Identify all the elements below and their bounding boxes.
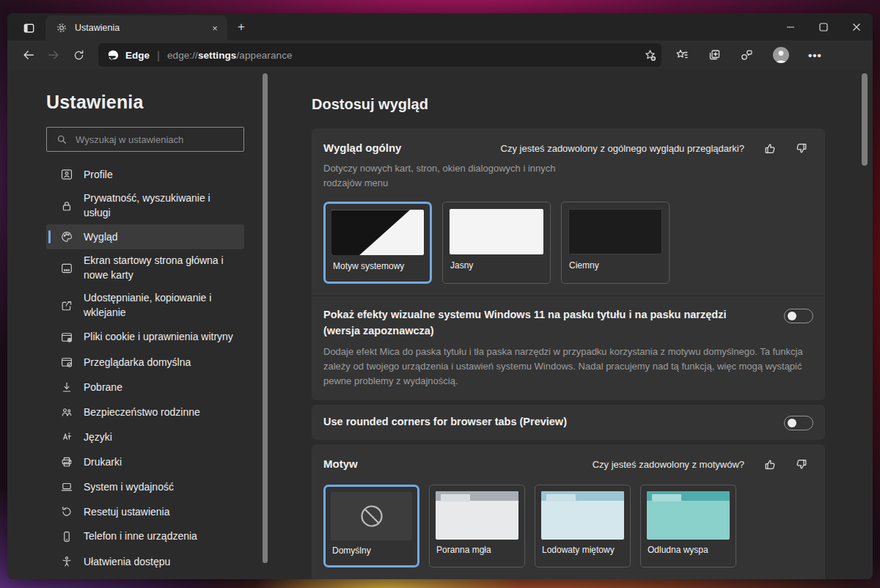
downloads-icon <box>59 380 74 394</box>
tab-actions-menu-button[interactable] <box>16 17 41 39</box>
no-theme-icon <box>331 492 412 540</box>
theme-label: Lodowaty miętowy <box>542 545 630 555</box>
sidebar-item-appearance[interactable]: Wygląd <box>46 224 244 249</box>
settings-search-box[interactable] <box>46 127 244 152</box>
mode-preview-light <box>450 209 543 254</box>
sidebar-item-languages[interactable]: Języki <box>46 425 244 449</box>
mode-card-system[interactable]: Motyw systemowy <box>323 202 432 284</box>
sidebar-item-label: Pobrane <box>84 381 122 393</box>
theme-mode-row: Motyw systemowyJasnyCiemny <box>323 202 813 284</box>
thumbs-down-icon[interactable] <box>793 140 809 156</box>
theme-card-Domyślny[interactable]: Domyślny <box>323 485 419 567</box>
sidebar-item-edge-logo[interactable]: Microsoft Edge — informacje <box>46 574 244 579</box>
mode-card-dark[interactable]: Ciemny <box>561 202 670 284</box>
theme-card-Lodowaty miętowy[interactable]: Lodowaty miętowy <box>535 485 631 567</box>
phone-icon <box>59 529 74 544</box>
theme-preview <box>436 491 518 540</box>
general-feedback: Czy jesteś zadowolony z ogólnego wyglądu… <box>501 140 813 156</box>
title-bar: Ustawienia × + <box>7 13 873 40</box>
mode-preview-system <box>331 210 424 255</box>
site-permissions-icon <box>59 330 74 345</box>
sidebar-item-accessibility[interactable]: Ułatwienia dostępu <box>46 549 244 574</box>
share-icon <box>59 298 74 313</box>
default-browser-icon <box>59 355 74 370</box>
sidebar-item-system[interactable]: System i wydajność <box>46 474 244 499</box>
maximize-button[interactable] <box>807 13 840 40</box>
general-appearance-card: Wygląd ogólny Czy jesteś zadowolony z og… <box>312 128 825 400</box>
tab-close-icon[interactable]: × <box>208 21 221 34</box>
mica-toggle-row: Pokaż efekty wizualne systemu Windows 11… <box>323 296 813 339</box>
add-favorite-icon[interactable] <box>643 48 657 62</box>
forward-button[interactable] <box>43 44 65 66</box>
languages-icon <box>59 430 74 444</box>
sidebar-item-label: Ekran startowy strona główna i nowe kart… <box>84 254 238 282</box>
minimize-button[interactable] <box>774 13 807 40</box>
sidebar-item-label: Resetuj ustawienia <box>84 506 170 518</box>
tab-title: Ustawienia <box>75 23 202 33</box>
address-separator: | <box>157 49 160 62</box>
search-input[interactable] <box>76 134 238 145</box>
sidebar-item-label: Przeglądarka domyślna <box>84 356 191 368</box>
sidebar-item-privacy[interactable]: Prywatność, wyszukiwanie i usługi <box>46 187 244 224</box>
refresh-button[interactable] <box>67 44 89 66</box>
sidebar-item-profile[interactable]: Profile <box>46 162 244 187</box>
sidebar-item-start-home[interactable]: Ekran startowy strona główna i nowe kart… <box>46 249 244 287</box>
sidebar-item-label: Profile <box>84 169 113 180</box>
sidebar-item-site-permissions[interactable]: Pliki cookie i uprawnienia witryny <box>46 325 244 350</box>
rounded-corners-toggle[interactable] <box>784 416 813 430</box>
edge-logo-icon <box>107 49 120 62</box>
thumbs-up-icon[interactable] <box>762 456 778 472</box>
sidebar-item-label: System i wydajność <box>84 481 174 493</box>
theme-preview <box>647 491 730 540</box>
tab-ustawienia[interactable]: Ustawienia × <box>45 15 227 40</box>
browser-window: Ustawienia × + <box>7 13 873 579</box>
theme-card-Odludna wyspa[interactable]: Odludna wyspa <box>640 485 736 567</box>
rounded-corners-card: Use rounded corners for browser tabs (Pr… <box>312 405 825 440</box>
theme-label: Domyślny <box>332 545 417 556</box>
site-brand-label: Edge <box>125 50 150 61</box>
sidebar-item-label: Telefon i inne urządzenia <box>84 529 197 544</box>
sidebar-item-printers[interactable]: Drukarki <box>46 449 244 474</box>
family-safety-icon <box>59 405 74 419</box>
address-bar[interactable]: Edge | edge://settings/appearance <box>98 43 661 67</box>
sidebar-scrollbar[interactable] <box>263 73 268 563</box>
theme-card-Poranna mgła[interactable]: Poranna mgła <box>429 485 525 567</box>
rounded-corners-row: Use rounded corners for browser tabs (Pr… <box>323 414 813 430</box>
favorites-icon[interactable] <box>675 48 689 62</box>
settings-sidebar: Ustawienia ProfilePrywatność, wyszukiwan… <box>7 70 271 579</box>
more-menu-button[interactable]: ••• <box>808 49 822 62</box>
sidebar-item-share[interactable]: Udostępnianie, kopiowanie i wklejanie <box>46 287 244 324</box>
general-appearance-description: Dotyczy nowych kart, stron, okien dialog… <box>323 161 558 191</box>
profile-avatar[interactable] <box>771 45 791 65</box>
sidebar-title: Ustawienia <box>46 92 271 113</box>
sidebar-item-label: Ułatwienia dostępu <box>84 556 170 567</box>
mode-card-light[interactable]: Jasny <box>442 202 551 284</box>
vertical-tabs-icon <box>21 21 36 35</box>
sidebar-item-phone[interactable]: Telefon i inne urządzenia <box>46 524 244 549</box>
navigation-toolbar: Edge | edge://settings/appearance ••• <box>7 40 873 70</box>
themes-feedback: Czy jesteś zadowolony z motywów? <box>593 456 813 472</box>
feedback-icon[interactable] <box>739 48 754 62</box>
toolbar-icons: ••• <box>675 45 822 65</box>
close-button[interactable] <box>840 13 873 40</box>
theme-row-1: Domyślny Poranna mgła Lodowaty miętowy O… <box>323 485 813 567</box>
settings-main: Dostosuj wygląd Wygląd ogólny Czy jesteś… <box>271 70 873 579</box>
collections-icon[interactable] <box>707 48 722 62</box>
thumbs-down-icon[interactable] <box>793 456 809 472</box>
sidebar-item-label: Udostępnianie, kopiowanie i wklejanie <box>84 291 238 320</box>
mica-toggle[interactable] <box>784 309 813 323</box>
sidebar-item-default-browser[interactable]: Przeglądarka domyślna <box>46 350 244 375</box>
general-appearance-title: Wygląd ogólny <box>323 140 401 154</box>
general-feedback-question: Czy jesteś zadowolony z ogólnego wyglądu… <box>501 143 744 154</box>
sidebar-item-downloads[interactable]: Pobrane <box>46 375 244 400</box>
sidebar-item-reset[interactable]: Resetuj ustawienia <box>46 499 244 524</box>
thumbs-up-icon[interactable] <box>762 140 778 156</box>
back-button[interactable] <box>18 44 40 66</box>
printers-icon <box>59 455 74 469</box>
appearance-icon <box>59 229 74 244</box>
main-scrollbar[interactable] <box>862 73 868 166</box>
sidebar-item-family-safety[interactable]: Bezpieczeństwo rodzinne <box>46 400 244 425</box>
new-tab-button[interactable]: + <box>232 18 251 37</box>
mica-toggle-title: Pokaż efekty wizualne systemu Windows 11… <box>323 307 763 339</box>
sidebar-item-label: Pliki cookie i uprawnienia witryny <box>84 330 233 345</box>
